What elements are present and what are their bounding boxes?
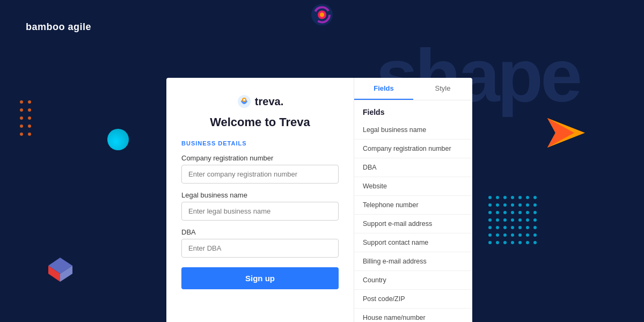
dba-input[interactable] (181, 239, 339, 258)
brand-logo: bamboo agile (26, 21, 91, 33)
svg-point-27 (496, 203, 499, 207)
welcome-title: Welcome to Treva (181, 115, 339, 129)
svg-point-67 (533, 241, 537, 244)
svg-point-11 (28, 125, 31, 128)
svg-point-24 (526, 196, 529, 199)
field-item[interactable]: Company registration number (354, 140, 472, 158)
svg-point-56 (503, 233, 507, 237)
svg-point-12 (20, 133, 23, 136)
svg-point-61 (488, 241, 492, 244)
field-item[interactable]: Billing e-mail address (354, 252, 472, 271)
svg-point-9 (28, 116, 31, 120)
field-item[interactable]: House name/number (354, 309, 472, 322)
decorative-arrow (547, 118, 585, 150)
svg-point-51 (518, 226, 522, 229)
svg-point-32 (533, 203, 537, 207)
tab-fields[interactable]: Fields (354, 78, 413, 100)
svg-point-42 (503, 218, 507, 222)
svg-point-65 (518, 241, 522, 244)
tabs-header: Fields Style (354, 78, 472, 100)
svg-point-45 (526, 218, 529, 222)
svg-point-63 (503, 241, 507, 244)
dba-label: DBA (181, 228, 339, 236)
svg-point-28 (503, 203, 507, 207)
top-logo-icon (308, 0, 337, 30)
field-item[interactable]: DBA (354, 158, 472, 177)
svg-point-50 (511, 226, 514, 229)
dba-group: DBA (181, 228, 339, 258)
svg-point-59 (526, 233, 529, 237)
legal-name-label: Legal business name (181, 191, 339, 199)
fields-section-title: Fields (354, 100, 472, 121)
form-section: treva. Welcome to Treva BUSINESS DETAILS… (166, 78, 354, 322)
svg-point-37 (518, 211, 522, 214)
company-reg-label: Company registration number (181, 154, 339, 162)
svg-point-57 (511, 233, 514, 237)
field-item[interactable]: Support e-mail address (354, 215, 472, 233)
field-item[interactable]: Website (354, 177, 472, 196)
main-panel: treva. Welcome to Treva BUSINESS DETAILS… (166, 78, 472, 322)
field-item[interactable]: Legal business name (354, 121, 472, 140)
decorative-orange-dots (16, 97, 48, 142)
company-reg-input[interactable] (181, 165, 339, 184)
treva-logo: treva. (181, 94, 339, 109)
svg-point-8 (20, 116, 23, 120)
field-item[interactable]: Country (354, 271, 472, 290)
svg-point-46 (533, 218, 537, 222)
svg-point-20 (496, 196, 499, 199)
svg-point-41 (496, 218, 499, 222)
svg-point-47 (488, 226, 492, 229)
svg-point-48 (496, 226, 499, 229)
svg-point-13 (28, 133, 31, 136)
svg-point-3 (320, 13, 324, 17)
svg-point-26 (488, 203, 492, 207)
company-reg-group: Company registration number (181, 154, 339, 184)
decorative-cyan-dots (486, 193, 545, 254)
decorative-cyan-circle (107, 129, 129, 150)
fields-list: Legal business nameCompany registration … (354, 121, 472, 322)
svg-point-36 (511, 211, 514, 214)
svg-point-52 (526, 226, 529, 229)
field-item[interactable]: Support contact name (354, 233, 472, 252)
svg-point-34 (496, 211, 499, 214)
svg-point-43 (511, 218, 514, 222)
svg-point-22 (511, 196, 514, 199)
svg-point-23 (518, 196, 522, 199)
legal-name-input[interactable] (181, 202, 339, 221)
svg-point-30 (518, 203, 522, 207)
svg-point-44 (518, 218, 522, 222)
svg-point-25 (533, 196, 537, 199)
svg-point-4 (20, 100, 23, 104)
treva-logo-icon (237, 94, 252, 109)
field-item[interactable]: Telephone number (354, 196, 472, 215)
field-item[interactable]: Post code/ZIP (354, 290, 472, 309)
svg-point-6 (20, 108, 23, 112)
svg-point-60 (533, 233, 537, 237)
svg-point-39 (533, 211, 537, 214)
svg-point-19 (488, 196, 492, 199)
legal-name-group: Legal business name (181, 191, 339, 221)
svg-point-33 (488, 211, 492, 214)
svg-point-29 (511, 203, 514, 207)
signup-button[interactable]: Sign up (181, 267, 339, 289)
svg-point-49 (503, 226, 507, 229)
tab-style[interactable]: Style (413, 78, 472, 100)
svg-point-38 (526, 211, 529, 214)
svg-point-5 (28, 100, 31, 104)
svg-point-54 (488, 233, 492, 237)
svg-point-31 (526, 203, 529, 207)
section-label: BUSINESS DETAILS (181, 140, 339, 147)
svg-marker-18 (547, 118, 574, 148)
svg-point-21 (503, 196, 507, 199)
svg-point-7 (28, 108, 31, 112)
treva-logo-text: treva. (255, 96, 283, 108)
svg-point-10 (20, 125, 23, 128)
decorative-cube (43, 247, 75, 279)
svg-point-53 (533, 226, 537, 229)
svg-point-58 (518, 233, 522, 237)
svg-point-66 (526, 241, 529, 244)
svg-point-70 (243, 99, 245, 101)
svg-point-55 (496, 233, 499, 237)
svg-point-64 (511, 241, 514, 244)
svg-point-35 (503, 211, 507, 214)
